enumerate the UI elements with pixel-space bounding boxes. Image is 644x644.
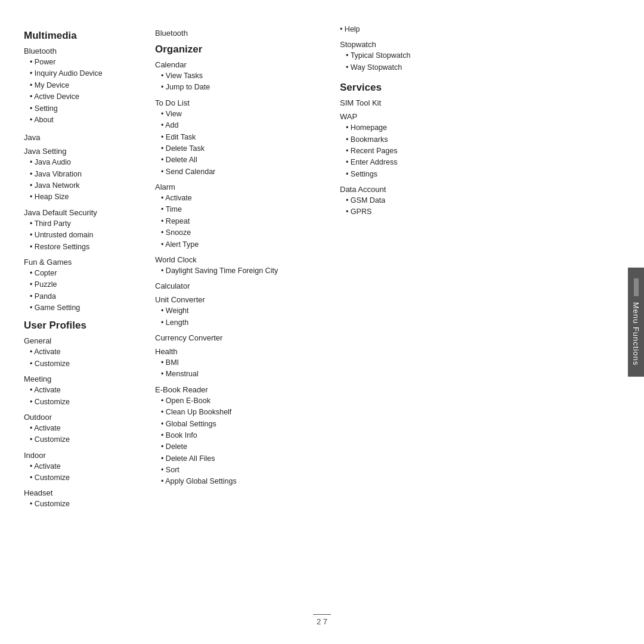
alarm-label: Alarm <box>155 182 334 191</box>
indoor-label: Indoor <box>24 451 149 460</box>
list-item: Book Info <box>155 430 334 441</box>
java-setting-label: Java Setting <box>24 147 149 156</box>
list-item: Apply Global Settings <box>155 476 334 487</box>
list-item: Active Device <box>24 91 149 103</box>
health-label: Health <box>155 347 334 356</box>
list-item: Time <box>155 204 334 215</box>
list-item: Activate <box>24 385 149 396</box>
column-3: Help Stopwatch Typical Stopwatch Way Sto… <box>340 24 489 620</box>
calculator-label: Calculator <box>155 281 334 290</box>
list-item: GSM Data <box>340 195 483 206</box>
column-1: Multimedia Bluetooth Power Inquiry Audio… <box>24 24 155 620</box>
bluetooth-label-col1: Bluetooth <box>24 47 149 55</box>
java-default-security-label: Java Default Security <box>24 208 149 217</box>
list-item: Homepage <box>340 122 483 134</box>
list-item: Delete <box>155 441 334 453</box>
meeting-label: Meeting <box>24 374 149 383</box>
list-item: Settings <box>340 169 483 180</box>
side-tab-label: Menu Functions <box>631 302 640 366</box>
unit-label: Unit Converter <box>155 295 334 304</box>
list-item: Enter Address <box>340 157 483 168</box>
list-item: Way Stopwatch <box>340 62 483 73</box>
list-item: Alert Type <box>155 239 334 250</box>
organizer-header: Organizer <box>155 44 334 55</box>
list-item: Inquiry Audio Device <box>24 68 149 79</box>
list-item: Panda <box>24 291 149 302</box>
list-item: Length <box>155 317 334 329</box>
page-number: 2 7 <box>313 614 331 627</box>
dataaccount-label: Data Account <box>340 185 483 194</box>
list-item: Typical Stopwatch <box>340 50 483 61</box>
java-label: Java <box>24 133 149 142</box>
fun-games-label: Fun & Games <box>24 258 149 267</box>
user-profiles-header: User Profiles <box>24 320 149 332</box>
list-item: Java Audio <box>24 157 149 168</box>
list-item: Activate <box>24 461 149 472</box>
list-item: Repeat <box>155 216 334 227</box>
list-item: Global Settings <box>155 419 334 430</box>
list-item: Customize <box>24 499 149 510</box>
list-item: View Tasks <box>155 70 334 82</box>
list-item: Delete Task <box>155 143 334 154</box>
list-item: My Device <box>24 80 149 91</box>
list-item: Sort <box>155 465 334 476</box>
list-item: Customize <box>24 397 149 408</box>
list-item: Delete All <box>155 154 334 166</box>
list-item: Activate <box>155 193 334 204</box>
column-2: Bluetooth Organizer Calendar View Tasks … <box>155 24 340 620</box>
stopwatch-label: Stopwatch <box>340 40 483 49</box>
list-item: Daylight Saving Time Foreign City <box>155 265 334 277</box>
list-item: Third Party <box>24 218 149 230</box>
worldclock-label: World Clock <box>155 255 334 264</box>
content-area: Multimedia Bluetooth Power Inquiry Audio… <box>24 24 620 620</box>
list-item: Delete All Files <box>155 453 334 465</box>
list-item: Copter <box>24 268 149 279</box>
list-item: Clean Up Bookshelf <box>155 407 334 418</box>
list-item: View <box>155 109 334 120</box>
list-item: Activate <box>24 346 149 358</box>
headset-label: Headset <box>24 488 149 497</box>
wap-label: WAP <box>340 112 483 121</box>
page-number-text: 2 7 <box>317 617 327 626</box>
services-header: Services <box>340 82 483 94</box>
currency-label: Currency Converter <box>155 333 334 342</box>
list-item: GPRS <box>340 206 483 218</box>
list-item: Jump to Date <box>155 82 334 93</box>
list-item: Open E-Book <box>155 395 334 407</box>
list-item: Recent Pages <box>340 145 483 157</box>
calendar-label: Calendar <box>155 60 334 69</box>
list-item: Snooze <box>155 227 334 239</box>
bluetooth-label-col2: Bluetooth <box>155 29 334 38</box>
list-item: Setting <box>24 103 149 114</box>
simtoolkit-label: SIM Tool Kit <box>340 98 483 107</box>
page-divider <box>313 614 331 615</box>
list-item: Heap Size <box>24 191 149 203</box>
list-item: Customize <box>24 472 149 484</box>
ebook-label: E-Book Reader <box>155 385 334 394</box>
list-item: Untrusted domain <box>24 230 149 241</box>
list-item: Weight <box>155 305 334 317</box>
list-item: Java Vibration <box>24 169 149 180</box>
side-tab-decoration <box>634 278 639 296</box>
list-item: Puzzle <box>24 279 149 290</box>
help-item: Help <box>340 24 483 35</box>
list-item: Customize <box>24 358 149 370</box>
list-item: Activate <box>24 423 149 434</box>
list-item: Restore Settings <box>24 242 149 253</box>
side-tab: Menu Functions <box>628 268 644 377</box>
list-item: About <box>24 114 149 126</box>
outdoor-label: Outdoor <box>24 413 149 422</box>
list-item: Customize <box>24 434 149 445</box>
todo-label: To Do List <box>155 98 334 107</box>
page: Multimedia Bluetooth Power Inquiry Audio… <box>0 0 644 644</box>
list-item: Send Calendar <box>155 166 334 178</box>
general-label: General <box>24 336 149 345</box>
list-item: BMI <box>155 357 334 369</box>
multimedia-header: Multimedia <box>24 30 149 42</box>
list-item: Edit Task <box>155 132 334 143</box>
list-item: Add <box>155 120 334 131</box>
list-item: Java Network <box>24 180 149 191</box>
list-item: Game Setting <box>24 302 149 314</box>
list-item: Menstrual <box>155 369 334 380</box>
list-item: Bookmarks <box>340 134 483 145</box>
